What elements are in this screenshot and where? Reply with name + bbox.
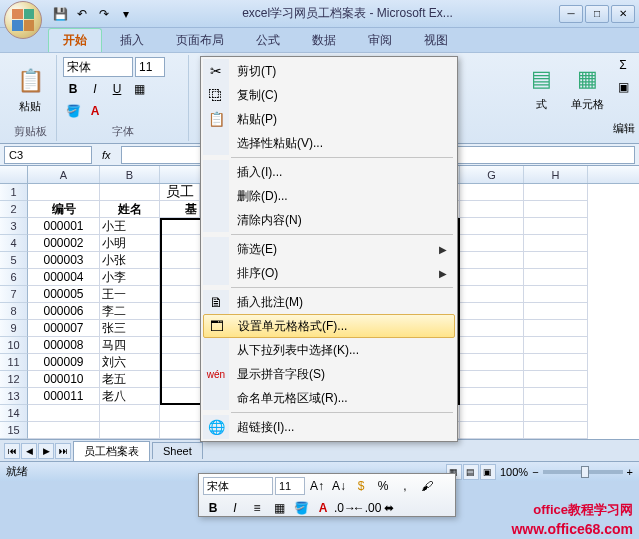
menu-delete[interactable]: 删除(D)... (203, 184, 455, 208)
zoom-out[interactable]: − (532, 466, 538, 478)
italic-button[interactable]: I (85, 79, 105, 99)
header-basic[interactable]: 基 (160, 201, 200, 218)
menu-insert[interactable]: 插入(I)... (203, 160, 455, 184)
redo-icon[interactable]: ↷ (94, 4, 114, 24)
row-header[interactable]: 10 (0, 337, 28, 354)
cell-name[interactable]: 王一 (100, 286, 160, 303)
font-color-button[interactable]: A (85, 101, 105, 121)
menu-cut[interactable]: ✂剪切(T) (203, 59, 455, 83)
row-header[interactable]: 13 (0, 388, 28, 405)
mini-font-color[interactable]: A (313, 498, 333, 518)
cell-name[interactable]: 李二 (100, 303, 160, 320)
cell-id[interactable]: 000008 (28, 337, 100, 354)
cell-name[interactable]: 小明 (100, 235, 160, 252)
cell-id[interactable]: 000005 (28, 286, 100, 303)
sheet-tab-2[interactable]: Sheet (152, 442, 203, 459)
row-header-14[interactable]: 14 (0, 405, 28, 422)
row-header[interactable]: 12 (0, 371, 28, 388)
row-header[interactable]: 7 (0, 286, 28, 303)
paste-button[interactable]: 📋 粘贴 (10, 57, 50, 121)
qat-dropdown-icon[interactable]: ▾ (116, 4, 136, 24)
tab-insert[interactable]: 插入 (106, 29, 158, 52)
fx-button[interactable]: fx (96, 149, 117, 161)
tab-nav-next[interactable]: ▶ (38, 443, 54, 459)
menu-phonetic[interactable]: wén显示拼音字段(S) (203, 362, 455, 386)
zoom-thumb[interactable] (581, 466, 589, 478)
tab-formulas[interactable]: 公式 (242, 29, 294, 52)
menu-name-range[interactable]: 命名单元格区域(R)... (203, 386, 455, 410)
cells-button[interactable]: ▦ 单元格 (567, 55, 607, 119)
mini-size-combo[interactable]: 11 (275, 477, 305, 495)
menu-paste-special[interactable]: 选择性粘贴(V)... (203, 131, 455, 155)
menu-pick-from-list[interactable]: 从下拉列表中选择(K)... (203, 338, 455, 362)
tab-nav-last[interactable]: ⏭ (55, 443, 71, 459)
mini-bold[interactable]: B (203, 498, 223, 518)
autosum-button[interactable]: Σ (613, 55, 633, 75)
row-header[interactable]: 11 (0, 354, 28, 371)
save-icon[interactable]: 💾 (50, 4, 70, 24)
row-header[interactable]: 6 (0, 269, 28, 286)
cell-name[interactable]: 小王 (100, 218, 160, 235)
col-header-B[interactable]: B (100, 166, 160, 183)
mini-grow-font[interactable]: A↑ (307, 476, 327, 496)
tab-page-layout[interactable]: 页面布局 (162, 29, 238, 52)
mini-border[interactable]: ▦ (269, 498, 289, 518)
cell-id[interactable]: 000002 (28, 235, 100, 252)
col-header-G[interactable]: G (460, 166, 524, 183)
minimize-button[interactable]: ─ (559, 5, 583, 23)
sheet-tab-active[interactable]: 员工档案表 (73, 441, 150, 461)
mini-comma[interactable]: , (395, 476, 415, 496)
styles-button[interactable]: ▤ 式 (521, 55, 561, 119)
zoom-in[interactable]: + (627, 466, 633, 478)
office-button[interactable] (4, 1, 42, 39)
underline-button[interactable]: U (107, 79, 127, 99)
cell-name[interactable]: 老五 (100, 371, 160, 388)
cell-id[interactable]: 000011 (28, 388, 100, 405)
view-page-icon[interactable]: ▤ (463, 464, 479, 480)
col-header-A[interactable]: A (28, 166, 100, 183)
cell-id[interactable]: 000001 (28, 218, 100, 235)
zoom-percent[interactable]: 100% (500, 466, 528, 478)
mini-currency[interactable]: $ (351, 476, 371, 496)
tab-nav-first[interactable]: ⏮ (4, 443, 20, 459)
close-button[interactable]: ✕ (611, 5, 635, 23)
cell-id[interactable]: 000009 (28, 354, 100, 371)
cell-id[interactable]: 000003 (28, 252, 100, 269)
mini-format-painter[interactable]: 🖌 (417, 476, 437, 496)
cell-name[interactable]: 张三 (100, 320, 160, 337)
mini-align[interactable]: ≡ (247, 498, 267, 518)
tab-review[interactable]: 审阅 (354, 29, 406, 52)
menu-hyperlink[interactable]: 🌐超链接(I)... (203, 415, 455, 439)
row-header[interactable]: 3 (0, 218, 28, 235)
cell-B1[interactable] (100, 184, 160, 201)
mini-fill-color[interactable]: 🪣 (291, 498, 311, 518)
row-header[interactable]: 8 (0, 303, 28, 320)
row-header-1[interactable]: 1 (0, 184, 28, 201)
fill-button[interactable]: ▣ (613, 77, 633, 97)
maximize-button[interactable]: □ (585, 5, 609, 23)
tab-home[interactable]: 开始 (48, 28, 102, 52)
mini-font-combo[interactable]: 宋体 (203, 477, 273, 495)
header-id[interactable]: 编号 (28, 201, 100, 218)
row-header[interactable]: 5 (0, 252, 28, 269)
cell-id[interactable]: 000010 (28, 371, 100, 388)
fill-color-button[interactable]: 🪣 (63, 101, 83, 121)
header-name[interactable]: 姓名 (100, 201, 160, 218)
row-header[interactable]: 4 (0, 235, 28, 252)
bold-button[interactable]: B (63, 79, 83, 99)
mini-shrink-font[interactable]: A↓ (329, 476, 349, 496)
menu-insert-comment[interactable]: 🗎插入批注(M) (203, 290, 455, 314)
menu-copy[interactable]: ⿻复制(C) (203, 83, 455, 107)
menu-sort[interactable]: 排序(O)▶ (203, 261, 455, 285)
cell-name[interactable]: 小李 (100, 269, 160, 286)
font-size-combo[interactable]: 11 (135, 57, 165, 77)
font-name-combo[interactable]: 宋体 (63, 57, 133, 77)
name-box[interactable]: C3 (4, 146, 92, 164)
row-header-2[interactable]: 2 (0, 201, 28, 218)
menu-paste[interactable]: 📋粘贴(P) (203, 107, 455, 131)
select-all-corner[interactable] (0, 166, 28, 183)
mini-percent[interactable]: % (373, 476, 393, 496)
border-button[interactable]: ▦ (129, 79, 149, 99)
tab-view[interactable]: 视图 (410, 29, 462, 52)
cell-title[interactable]: 员工 (160, 184, 200, 201)
